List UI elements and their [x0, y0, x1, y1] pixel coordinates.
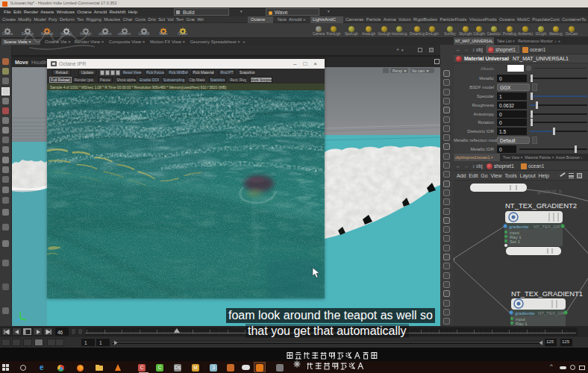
svg-text:gradient_b: gradient_b — [537, 189, 562, 195]
svg-text:gradientte: gradientte — [509, 225, 529, 229]
svg-text:gradientte: gradientte — [515, 311, 535, 316]
svg-text:No cam ▼: No cam ▼ — [412, 69, 430, 73]
svg-text:NT_TEX_GR: NT_TEX_GR — [534, 225, 560, 229]
svg-text:NT_TEX_GRADIENT2: NT_TEX_GRADIENT2 — [505, 201, 577, 210]
svg-text:Persp ▼: Persp ▼ — [392, 69, 407, 73]
svg-text:NT_TEX_GRADIENT1: NT_TEX_GRADIENT1 — [511, 289, 583, 298]
svg-text:NT_TEX_GR: NT_TEX_GR — [538, 311, 565, 316]
svg-text:Set 1: Set 1 — [510, 239, 521, 244]
